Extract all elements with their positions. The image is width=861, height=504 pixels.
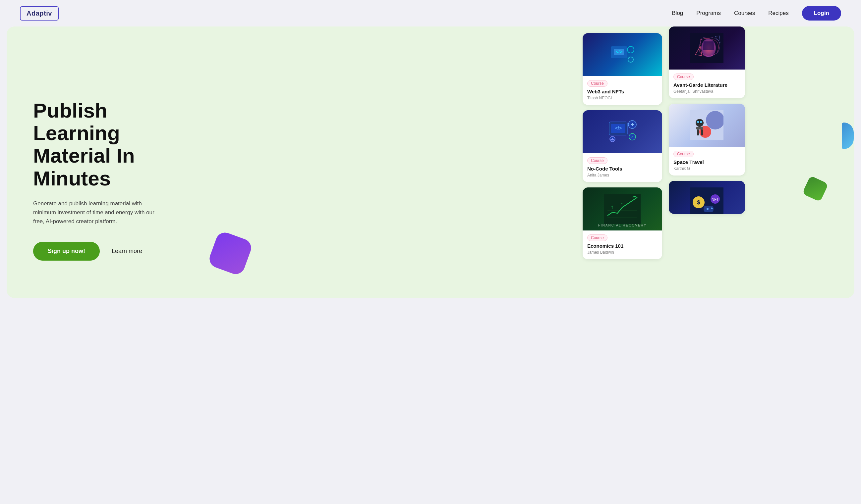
learn-more-button[interactable]: Learn more (112, 248, 142, 255)
card-literature-body: Course Avant-Garde Literature Geetanjali… (669, 70, 745, 98)
svg-text:NFT: NFT (712, 197, 719, 201)
card-nocode-title: No-Code Tools (587, 166, 657, 171)
card-web3[interactable]: </> Course Web3 and NFTs Titash NEOGI (583, 33, 662, 105)
card-space[interactable]: Course Space Travel Karthik G (669, 104, 745, 176)
svg-point-45 (707, 208, 709, 210)
svg-rect-37 (697, 121, 699, 123)
nav-programs[interactable]: Programs (696, 10, 721, 16)
card-literature-badge: Course (673, 73, 694, 80)
hero-description: Generate and publish learning material w… (33, 199, 159, 226)
card-literature-author: Geetanjali Shrivastava (673, 89, 740, 94)
card-literature[interactable]: Course Avant-Garde Literature Geetanjali… (669, 27, 745, 98)
card-web3-title: Web3 and NFTs (587, 89, 657, 94)
svg-point-4 (628, 57, 633, 62)
nav-recipes[interactable]: Recipes (768, 10, 789, 16)
card-economics-body: Course Economics 101 James Baldwin (583, 230, 662, 259)
nav-courses[interactable]: Courses (734, 10, 755, 16)
econ-overlay-text: FINANCIAL RECOVERY (598, 224, 647, 227)
logo[interactable]: Adaptiv (20, 6, 59, 20)
card-space-author: Karthik G (673, 166, 740, 171)
card-nocode-body: Course No-Code Tools Anita James (583, 153, 662, 182)
nav-blog[interactable]: Blog (672, 10, 683, 16)
card-nocode-author: Anita James (587, 173, 657, 178)
card-space-body: Course Space Travel Karthik G (669, 147, 745, 176)
card-space-title: Space Travel (673, 159, 740, 165)
navbar: Adaptiv Blog Programs Courses Recipes Lo… (0, 0, 861, 27)
nav-links: Blog Programs Courses Recipes Login (672, 6, 841, 20)
card-nocode[interactable]: </> ✓ Course No-Code Tools Anita James (583, 110, 662, 182)
hero-buttons: Sign up now! Learn more (33, 242, 179, 261)
card-web3-author: Titash NEOGI (587, 96, 657, 100)
svg-text:</>: </> (616, 49, 623, 54)
hero-section: Publish Learning Material In Minutes Gen… (6, 27, 855, 298)
card-literature-title: Avant-Garde Literature (673, 82, 740, 88)
cards-left-column: </> Course Web3 and NFTs Titash NEOGI (583, 27, 662, 298)
cards-right-column: Course Avant-Garde Literature Geetanjali… (669, 27, 745, 298)
card-economics-title: Economics 101 (587, 243, 657, 249)
login-button[interactable]: Login (802, 6, 841, 20)
card-nocode-badge: Course (587, 157, 607, 164)
cards-area: </> Course Web3 and NFTs Titash NEOGI (583, 27, 855, 298)
svg-rect-38 (700, 121, 702, 123)
card-web3-body: Course Web3 and NFTs Titash NEOGI (583, 76, 662, 105)
card-space-image (669, 104, 745, 147)
svg-rect-35 (701, 129, 703, 136)
signup-button[interactable]: Sign up now! (33, 242, 100, 261)
card-economics-author: James Baldwin (587, 250, 657, 255)
svg-rect-33 (696, 127, 703, 129)
svg-point-3 (627, 46, 634, 53)
card-economics[interactable]: ↑ ↑ FINANCIAL RECOVERY Course Economics … (583, 187, 662, 259)
card-web3-image: </> (583, 33, 662, 76)
svg-rect-34 (697, 129, 699, 136)
hero-content: Publish Learning Material In Minutes Gen… (6, 46, 179, 287)
svg-rect-47 (712, 207, 712, 209)
svg-rect-17 (611, 139, 614, 140)
svg-text:</>: </> (615, 126, 622, 131)
card-web3-badge: Course (587, 80, 607, 87)
card-nocode-image: </> ✓ (583, 110, 662, 153)
card-crypto-image: $ NFT (669, 181, 745, 214)
hero-title: Publish Learning Material In Minutes (33, 99, 179, 190)
card-economics-badge: Course (587, 235, 607, 241)
svg-text:↑: ↑ (621, 201, 623, 207)
card-crypto[interactable]: $ NFT (669, 181, 745, 214)
card-economics-image: ↑ ↑ FINANCIAL RECOVERY (583, 187, 662, 230)
svg-text:↑: ↑ (611, 204, 614, 210)
card-literature-image (669, 27, 745, 70)
purple-shape (207, 230, 254, 277)
svg-text:$: $ (697, 200, 700, 205)
card-space-badge: Course (673, 151, 694, 157)
svg-text:✓: ✓ (631, 135, 634, 139)
